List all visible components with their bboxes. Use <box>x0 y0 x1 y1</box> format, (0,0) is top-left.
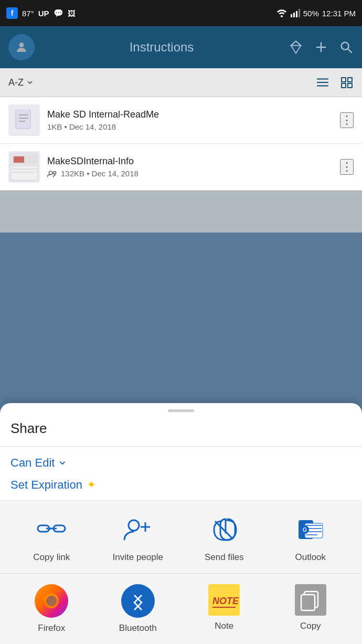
more-share-row: Firefox Bluetooth NOTE <box>0 574 362 644</box>
file-thumbnail <box>8 104 40 136</box>
share-actions: Copy link Invite people <box>0 501 362 574</box>
shared-icon <box>47 170 58 178</box>
invite-people-label: Invite people <box>113 552 163 563</box>
file-name: Make SD Internal-ReadMe <box>47 109 333 120</box>
file-more-button[interactable]: ⋮ <box>340 159 354 175</box>
file-list: Make SD Internal-ReadMe 1KB • Dec 14, 20… <box>0 97 362 191</box>
table-row[interactable]: MakeSDInternal-Info 132KB • Dec 14, 2018… <box>0 144 362 191</box>
chevron-down-icon <box>58 458 67 468</box>
svg-rect-2 <box>296 11 297 17</box>
svg-rect-24 <box>14 156 24 163</box>
svg-point-29 <box>54 171 56 174</box>
svg-point-28 <box>49 171 52 175</box>
bluetooth-icon <box>121 584 155 618</box>
plus-icon <box>314 40 328 55</box>
status-bar-right: 50% 12:31 PM <box>276 9 356 18</box>
copy-label: Copy <box>300 621 321 631</box>
firefox-label: Firefox <box>38 623 65 634</box>
svg-marker-6 <box>291 41 301 45</box>
temperature: 87° <box>22 9 34 18</box>
file-meta: 1KB • Dec 14, 2018 <box>47 122 333 131</box>
note-action[interactable]: NOTE Note <box>198 584 250 631</box>
copy-link-action[interactable]: Copy link <box>25 513 78 563</box>
avatar-button[interactable] <box>8 34 35 60</box>
status-bar-left: f 87° UP 💬 🖼 <box>6 7 76 19</box>
svg-marker-5 <box>291 41 301 53</box>
svg-rect-14 <box>342 78 346 82</box>
outlook-icon: O <box>294 513 327 547</box>
svg-rect-56 <box>301 595 315 610</box>
note-label: Note <box>215 621 233 631</box>
sheet-options: Can Edit Set Expiration ✦ <box>0 447 362 501</box>
table-row[interactable]: Make SD Internal-ReadMe 1KB • Dec 14, 20… <box>0 97 362 144</box>
copy-icon <box>295 584 326 616</box>
person-icon <box>15 40 28 54</box>
can-edit-label: Can Edit <box>10 456 55 470</box>
image-icon: 🖼 <box>68 9 76 18</box>
outlook-action[interactable]: O Outlook <box>284 513 337 563</box>
svg-rect-17 <box>348 83 352 88</box>
set-expiration-label: Set Expiration <box>10 478 82 492</box>
file-info: Make SD Internal-ReadMe 1KB • Dec 14, 20… <box>47 109 333 131</box>
svg-rect-0 <box>291 14 292 17</box>
file-name: MakeSDInternal-Info <box>47 156 333 167</box>
facebook-icon: f <box>6 7 18 19</box>
grid-view-icon[interactable] <box>340 77 354 88</box>
copy-link-icon <box>35 513 68 547</box>
diamond-icon <box>289 40 303 55</box>
sheet-handle-area <box>0 403 362 416</box>
invite-people-action[interactable]: Invite people <box>112 513 164 563</box>
wifi-icon <box>276 9 288 17</box>
bluetooth-action[interactable]: Bluetooth <box>112 584 164 634</box>
svg-line-36 <box>215 521 233 539</box>
chevron-down-icon <box>26 78 34 87</box>
copy-action[interactable]: Copy <box>284 584 337 631</box>
sort-label: A-Z <box>8 77 24 88</box>
svg-rect-3 <box>299 9 300 17</box>
send-files-action[interactable]: Send files <box>198 513 250 563</box>
premium-star-icon: ✦ <box>87 478 96 492</box>
file-meta: 132KB • Dec 14, 2018 <box>47 169 333 178</box>
gray-area <box>0 191 362 233</box>
can-edit-button[interactable]: Can Edit <box>10 456 67 470</box>
invite-people-icon <box>121 513 155 547</box>
svg-rect-15 <box>348 78 352 82</box>
time-display: 12:31 PM <box>322 9 356 18</box>
firefox-icon <box>35 584 68 618</box>
outlook-label: Outlook <box>295 552 326 563</box>
svg-line-10 <box>348 49 352 53</box>
toolbar-right <box>316 77 354 88</box>
svg-text:NOTE: NOTE <box>212 596 239 606</box>
toolbar: A-Z <box>0 68 362 97</box>
message-icon: 💬 <box>54 8 63 18</box>
signal-icon <box>291 9 300 17</box>
svg-point-33 <box>129 520 139 531</box>
battery-indicator: 50% <box>303 9 319 18</box>
list-view-icon[interactable] <box>316 77 329 88</box>
app-title: Instructions <box>43 40 280 55</box>
send-files-label: Send files <box>205 552 244 563</box>
svg-point-49 <box>124 587 152 615</box>
search-icon <box>339 40 354 55</box>
set-expiration-button[interactable]: Set Expiration ✦ <box>10 478 96 492</box>
app-bar-actions <box>289 40 354 55</box>
file-more-button[interactable]: ⋮ <box>340 112 354 128</box>
file-thumbnail <box>8 151 40 183</box>
search-button[interactable] <box>339 40 354 55</box>
sort-button[interactable]: A-Z <box>8 77 34 88</box>
sheet-title-row: Share <box>0 416 362 447</box>
file-info: MakeSDInternal-Info 132KB • Dec 14, 2018 <box>47 156 333 178</box>
sheet-title: Share <box>10 420 47 436</box>
svg-point-9 <box>342 43 349 50</box>
copy-link-label: Copy link <box>33 552 70 563</box>
add-button[interactable] <box>314 40 328 55</box>
diamond-button[interactable] <box>289 40 303 55</box>
app-bar: Instructions <box>0 26 362 68</box>
svg-rect-16 <box>342 83 346 88</box>
bottom-sheet: Share Can Edit Set Expiration ✦ Copy lin… <box>0 403 362 644</box>
firefox-action[interactable]: Firefox <box>25 584 78 634</box>
svg-point-4 <box>19 43 24 47</box>
upwork-icon: UP <box>38 9 49 18</box>
note-icon: NOTE <box>208 584 240 616</box>
send-files-icon <box>207 513 241 547</box>
